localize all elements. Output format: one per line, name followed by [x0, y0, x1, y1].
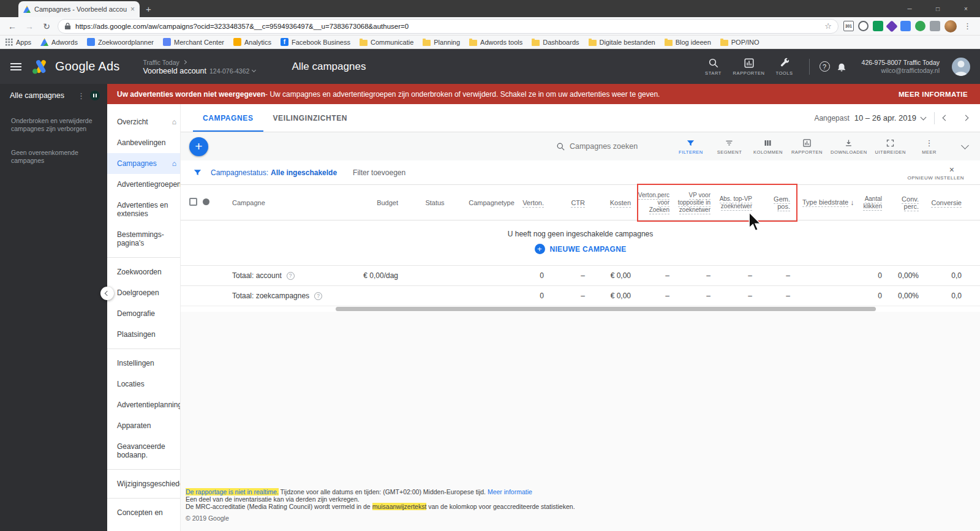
tab-close-icon[interactable]: × [130, 5, 135, 13]
column-header-campagne[interactable]: Campagne [220, 199, 335, 206]
sidebar-item-advertentiegroepen[interactable]: Advertentiegroepen [107, 174, 180, 195]
sidebar-item-plaatsingen[interactable]: Plaatsingen [107, 324, 180, 345]
help-icon[interactable]: ? [287, 272, 295, 280]
bookmark[interactable]: Blog ideeen [665, 39, 711, 46]
bookmark[interactable]: Facebook Business [281, 38, 350, 46]
columns-button[interactable]: KOLOMMEN [753, 138, 783, 155]
bookmark[interactable]: Dashboards [532, 39, 579, 46]
column-header-type-biedstrategie[interactable]: Type biedstrate↓ [797, 198, 856, 207]
new-campaign-fab[interactable]: + [189, 137, 208, 156]
window-maximize-button[interactable]: □ [924, 0, 952, 17]
expand-button[interactable]: UITBREIDEN [875, 138, 906, 155]
horizontal-scrollbar[interactable] [181, 306, 980, 312]
bookmark-apps[interactable]: Apps [5, 38, 31, 46]
sidebar-item-bestemmingspaginas[interactable]: Bestemmings-pagina's [107, 224, 180, 254]
rail-more-icon[interactable]: ⋮ [77, 91, 85, 100]
active-filter-chip[interactable]: Campagnestatus:Alle ingeschakelde [211, 168, 337, 177]
url-input[interactable] [75, 23, 820, 30]
column-header-conv-perc[interactable]: Conv. perc. [888, 195, 925, 210]
user-avatar[interactable] [952, 58, 970, 76]
browser-tab[interactable]: Campagnes - Voorbeeld account × [18, 1, 140, 17]
bookmark-star-icon[interactable]: ☆ [824, 21, 832, 31]
collapse-rail-button[interactable] [100, 287, 114, 300]
sidebar-item-zoekwoorden[interactable]: Zoekwoorden [107, 262, 180, 282]
column-header-top-vp[interactable]: VP voor toppositie in zoeknetwer [677, 192, 718, 214]
reports-button[interactable]: RAPPORTEN [791, 138, 823, 155]
campaign-search[interactable] [556, 142, 662, 151]
help-icon[interactable]: ? [820, 61, 830, 72]
column-header-ctr[interactable]: CTR [550, 199, 591, 206]
tab-campagnes[interactable]: CAMPAGNES [193, 104, 263, 132]
bookmark[interactable]: Communicatie [360, 39, 413, 46]
extension-icon[interactable] [873, 21, 883, 31]
column-header-gem-pos[interactable]: Gem. pos. [760, 195, 797, 210]
sidebar-item-overzicht[interactable]: Overzicht⌂ [107, 111, 180, 132]
column-header-kosten[interactable]: Kosten [591, 199, 637, 206]
new-campaign-button[interactable]: + NIEUWE CAMPAGNE [535, 244, 627, 254]
column-header-budget[interactable]: Budget [335, 199, 404, 206]
bookmark[interactable]: Analytics [233, 38, 271, 46]
sidebar-item-instellingen[interactable]: Instellingen [107, 353, 180, 374]
close-filter-icon[interactable]: × [949, 165, 954, 175]
sidebar-item-demografie[interactable]: Demografie [107, 303, 180, 324]
paused-status-icon[interactable] [90, 91, 100, 100]
help-icon[interactable]: ? [314, 292, 322, 300]
chevron-down-icon[interactable] [921, 114, 927, 120]
sidebar-item-concepten[interactable]: Concepten en [107, 502, 180, 523]
campaign-status-dot-icon[interactable] [203, 198, 209, 205]
header-tools-button[interactable]: TOOLS [770, 58, 799, 76]
campaign-search-input[interactable] [570, 142, 662, 151]
rail-title[interactable]: Alle campagnes [10, 91, 64, 100]
reset-filters-button[interactable]: OPNIEUW INSTELLEN [907, 175, 964, 181]
bookmark[interactable]: Zoekwoordplanner [87, 38, 154, 46]
forward-icon[interactable]: → [23, 21, 36, 31]
notifications-bell-icon[interactable] [836, 61, 847, 72]
back-icon[interactable]: ← [6, 21, 18, 31]
bookmark[interactable]: Digitale bestanden [589, 39, 655, 46]
sidebar-item-aanbevelingen[interactable]: Aanbevelingen [107, 132, 180, 153]
extension-icon-301[interactable]: 301 [843, 21, 854, 31]
hamburger-menu-button[interactable] [0, 66, 32, 67]
header-reports-button[interactable]: RAPPORTEN [734, 58, 764, 76]
chevron-down-icon[interactable] [252, 67, 256, 72]
breadcrumb-parent[interactable]: Traffic Today [143, 58, 179, 67]
column-header-abs-top-vp[interactable]: Abs. top-VP zoeknetwer [718, 195, 760, 210]
extension-icon[interactable] [886, 20, 898, 32]
filter-button[interactable]: FILTEREN [676, 138, 706, 155]
sidebar-item-wijzigingsgeschiedenis[interactable]: Wijzigingsgeschieden [107, 473, 180, 494]
previous-period-icon[interactable] [943, 115, 949, 121]
sidebar-item-geavanceerde-bodaanpassingen[interactable]: Geavanceerde bodaanp. [107, 436, 180, 465]
google-ads-logo[interactable]: Google Ads [32, 59, 119, 74]
more-info-link[interactable]: Meer informatie [488, 488, 532, 495]
select-all-checkbox[interactable] [189, 198, 197, 206]
window-close-button[interactable]: × [952, 0, 980, 17]
bookmark[interactable]: Adwords [40, 38, 78, 46]
sidebar-item-advertentieplanning[interactable]: Advertentieplanning [107, 394, 180, 415]
bookmark[interactable]: POP/INO [720, 39, 760, 46]
sidebar-item-doelgroepen[interactable]: Doelgroepen [107, 282, 180, 303]
extension-icon[interactable] [930, 21, 940, 31]
new-tab-button[interactable]: + [146, 1, 151, 17]
url-omnibox[interactable]: ☆ [58, 19, 839, 34]
collapse-toolbar-icon[interactable] [961, 141, 969, 149]
column-header-campagnetype[interactable]: Campagnetype [466, 199, 518, 206]
scrollbar-thumb[interactable] [336, 307, 876, 311]
extension-icon[interactable] [915, 21, 925, 31]
refresh-icon[interactable]: ↻ [40, 21, 53, 31]
alert-more-info-button[interactable]: MEER INFORMATIE [899, 91, 970, 98]
more-button[interactable]: ⋮ MEER [914, 138, 944, 155]
extension-icon[interactable] [900, 21, 911, 31]
column-header-vertoningen[interactable]: Verton. [518, 199, 550, 206]
tab-veilinginzichten[interactable]: VEILINGINZICHTEN [263, 104, 358, 132]
window-minimize-button[interactable]: ─ [895, 0, 924, 17]
sidebar-item-apparaten[interactable]: Apparaten [107, 415, 180, 436]
segment-button[interactable]: SEGMENT [714, 138, 745, 155]
account-breadcrumb[interactable]: Traffic Today Voorbeeld account 124-076-… [143, 58, 256, 75]
sidebar-item-locaties[interactable]: Locaties [107, 374, 180, 394]
header-search-button[interactable]: START [699, 58, 728, 76]
browser-menu-icon[interactable]: ⋮ [961, 21, 974, 31]
bookmark[interactable]: Planning [423, 39, 460, 46]
sidebar-item-advertenties-en-extensies[interactable]: Advertenties en extensies [107, 195, 180, 224]
column-header-aantal-klikken[interactable]: Aantal klikken [856, 195, 888, 210]
realtime-note-link[interactable]: De rapportage is niet in realtime. [186, 488, 279, 495]
